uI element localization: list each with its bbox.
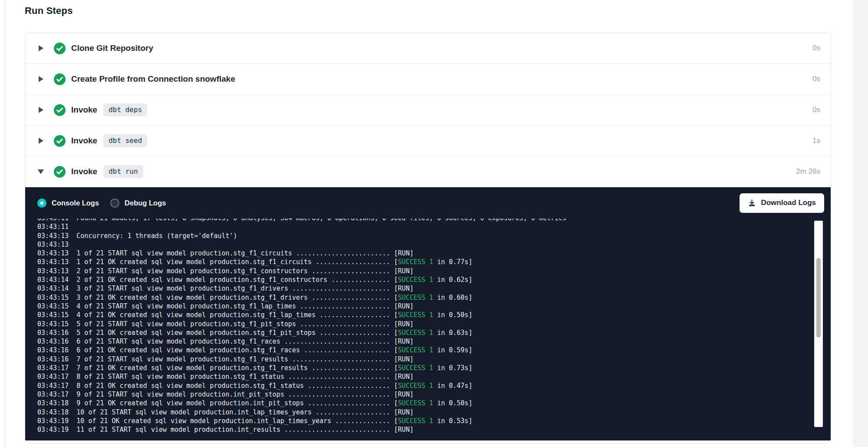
radio-console-logs[interactable]: Console Logs (37, 199, 99, 208)
step-row[interactable]: Invokedbt deps0s (25, 95, 831, 126)
chevron-right-icon (37, 138, 44, 144)
log-success-text: SUCCESS 1 (398, 311, 433, 319)
log-line: 03:43:19 11 of 21 START sql view model p… (37, 425, 812, 434)
step-row[interactable]: Invokedbt run2m 26s (25, 156, 831, 187)
step-command-pill: dbt deps (103, 103, 147, 116)
radio-icon (110, 199, 119, 208)
log-line: 03:43:17 9 of 21 START sql view model pr… (37, 390, 812, 399)
step-status-icon (54, 135, 66, 147)
log-success-text: SUCCESS 1 (398, 417, 433, 425)
step-duration: 0s (812, 44, 820, 53)
step-duration: 0s (812, 106, 820, 114)
step-status-icon (54, 43, 66, 54)
chevron-right-icon (37, 45, 44, 51)
chevron-right-icon (37, 107, 44, 113)
step-status-icon (54, 166, 66, 178)
run-steps-card: Clone Git Repository0sCreate Profile fro… (25, 33, 831, 444)
log-line: 03:43:15 4 of 21 START sql view model pr… (37, 302, 812, 311)
left-page-divider (4, 0, 5, 447)
step-duration: 2m 26s (796, 167, 820, 176)
log-success-text: SUCCESS 1 (398, 258, 433, 266)
radio-icon (37, 199, 46, 208)
success-check-icon (54, 104, 66, 116)
log-line: 03:43:17 8 of 21 OK created sql view mod… (37, 381, 812, 390)
download-icon (748, 199, 756, 207)
log-line: 03:43:16 6 of 21 START sql view model pr… (37, 337, 812, 346)
step-label: Invoke (71, 136, 97, 146)
log-line: 03:43:17 7 of 21 OK created sql view mod… (37, 364, 812, 372)
log-success-text: SUCCESS 1 (398, 329, 433, 337)
console-panel: Console LogsDebug Logs Download Logs 03:… (25, 187, 831, 440)
radio-debug-logs[interactable]: Debug Logs (110, 199, 166, 208)
log-success-text: SUCCESS 1 (398, 276, 433, 284)
log-success-text: SUCCESS 1 (398, 364, 433, 372)
log-line: 03:43:16 5 of 21 OK created sql view mod… (37, 328, 812, 337)
log-lines: 03:43:11 Found 21 models, 17 tests, 0 sn… (37, 219, 812, 434)
chevron-down-icon (37, 169, 44, 174)
step-command-pill: dbt run (103, 165, 143, 178)
log-line: 03:43:11 Found 21 models, 17 tests, 0 sn… (37, 219, 812, 222)
log-line: 03:43:15 3 of 21 OK created sql view mod… (37, 293, 812, 302)
log-line: 03:43:16 7 of 21 START sql view model pr… (37, 355, 812, 364)
radio-label: Debug Logs (125, 199, 166, 207)
step-status-icon (54, 73, 66, 85)
log-line: 03:43:19 10 of 21 OK created sql view mo… (37, 417, 812, 425)
step-duration: 1s (812, 136, 820, 145)
log-line: 03:43:13 2 of 21 START sql view model pr… (37, 267, 812, 275)
log-line: 03:43:13 1 of 21 OK created sql view mod… (37, 258, 812, 266)
log-line: 03:43:13 1 of 21 START sql view model pr… (37, 249, 812, 258)
log-line: 03:43:14 2 of 21 OK created sql view mod… (37, 275, 812, 284)
step-row[interactable]: Invokedbt seed1s (25, 126, 831, 156)
chevron-right-icon (37, 76, 44, 82)
step-status-icon (54, 104, 66, 116)
console-scrollbar[interactable] (814, 221, 823, 427)
log-line: 03:43:13 (37, 240, 812, 249)
console-scrollbar-thumb[interactable] (816, 258, 821, 338)
log-line: 03:43:17 8 of 21 START sql view model pr… (37, 372, 812, 381)
step-label: Invoke (71, 167, 97, 176)
step-label: Create Profile from Connection snowflake (71, 74, 235, 84)
right-page-gutter (853, 0, 868, 447)
step-row[interactable]: Create Profile from Connection snowflake… (25, 64, 831, 95)
log-line: 03:43:11 (37, 222, 812, 231)
log-line: 03:43:15 4 of 21 OK created sql view mod… (37, 311, 812, 319)
step-label: Clone Git Repository (71, 43, 153, 53)
download-logs-button[interactable]: Download Logs (740, 193, 824, 213)
success-check-icon (54, 73, 66, 85)
log-success-text: SUCCESS 1 (398, 294, 433, 301)
step-command-pill: dbt seed (103, 134, 147, 147)
step-list: Clone Git Repository0sCreate Profile fro… (25, 33, 831, 187)
page-title: Run Steps (25, 5, 73, 17)
log-success-text: SUCCESS 1 (398, 346, 433, 354)
download-logs-label: Download Logs (761, 199, 816, 207)
step-row[interactable]: Clone Git Repository0s (25, 33, 831, 64)
log-success-text: SUCCESS 1 (398, 382, 433, 390)
success-check-icon (54, 135, 66, 147)
log-line: 03:43:16 6 of 21 OK created sql view mod… (37, 346, 812, 354)
log-line: 03:43:14 3 of 21 START sql view model pr… (37, 284, 812, 293)
step-label: Invoke (71, 105, 97, 115)
log-line: 03:43:13 Concurrency: 1 threads (target=… (37, 232, 812, 240)
log-type-radio-group: Console LogsDebug Logs (37, 199, 177, 208)
log-line: 03:43:18 10 of 21 START sql view model p… (37, 408, 812, 417)
success-check-icon (54, 166, 66, 178)
log-line: 03:43:15 5 of 21 START sql view model pr… (37, 320, 812, 328)
log-success-text: SUCCESS 1 (398, 399, 433, 407)
log-line: 03:43:18 9 of 21 OK created sql view mod… (37, 399, 812, 407)
success-check-icon (54, 43, 66, 54)
console-log-output[interactable]: 03:43:11 Found 21 models, 17 tests, 0 sn… (25, 219, 812, 439)
console-header: Console LogsDebug Logs Download Logs (25, 187, 831, 219)
radio-label: Console Logs (52, 199, 99, 207)
step-duration: 0s (812, 75, 820, 83)
